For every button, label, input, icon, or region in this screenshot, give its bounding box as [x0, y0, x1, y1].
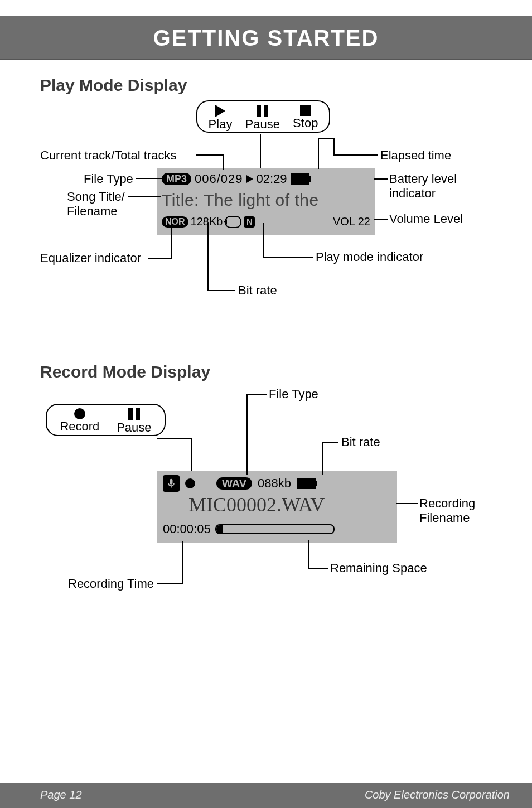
pause-icon	[257, 105, 268, 117]
record-controls-bubble: Record Pause	[46, 404, 166, 436]
recording-icon	[185, 478, 195, 488]
song-title: Title: The light of the	[162, 191, 319, 210]
record-lcd: WAV 088kb MIC00002.WAV 00:00:05	[157, 471, 397, 543]
footer-page: Page 12	[40, 788, 82, 801]
filetype-badge-rec: WAV	[216, 477, 252, 490]
play-controls-bubble: Play Pause Stop	[196, 100, 330, 133]
label-current-total: Current track/Total tracks	[40, 148, 177, 163]
pause-label-rec: Pause	[117, 422, 151, 434]
play-section-title: Play Mode Display	[40, 76, 532, 95]
label-bitrate: Bit rate	[238, 283, 277, 298]
bitrate-rec: 088kb	[258, 476, 291, 491]
elapsed-time: 02:29	[257, 172, 287, 186]
play-icon	[215, 105, 225, 117]
bitrate-value: 128Kb	[191, 215, 223, 228]
eq-badge: NOR	[162, 216, 188, 228]
label-rec-time: Recording Time	[68, 577, 154, 591]
label-rec-remaining: Remaining Space	[330, 561, 427, 575]
pause-item-rec: Pause	[117, 408, 151, 434]
recording-time: 00:00:05	[163, 522, 211, 536]
record-item: Record	[60, 408, 99, 433]
label-rec-bitrate: Bit rate	[341, 435, 380, 449]
recording-filename: MIC00002.WAV	[188, 493, 325, 516]
record-label: Record	[60, 420, 99, 433]
label-rec-filename-l2: Filename	[419, 511, 470, 525]
play-label: Play	[209, 118, 233, 130]
label-song-title-l1: Song Title/	[67, 190, 125, 204]
page-header: GETTING STARTED	[0, 16, 532, 60]
label-battery-l1: Battery level	[389, 172, 457, 186]
stop-item: Stop	[293, 105, 318, 129]
repeat-icon	[225, 216, 241, 228]
volume-value: VOL 22	[333, 215, 370, 228]
label-rec-filename-l1: Recording	[419, 496, 475, 511]
record-section-title: Record Mode Display	[40, 362, 532, 381]
label-eq: Equalizer indicator	[40, 251, 141, 265]
playmode-n: N	[244, 216, 255, 228]
battery-icon	[291, 173, 309, 185]
pause-label: Pause	[245, 118, 280, 130]
filetype-badge: MP3	[162, 173, 191, 185]
battery-icon-rec	[297, 478, 316, 489]
record-icon	[74, 408, 85, 419]
playing-icon	[246, 175, 253, 183]
label-elapsed: Elapsed time	[380, 148, 451, 163]
page-footer: Page 12 Coby Electronics Corporation	[0, 783, 532, 808]
track-counter: 006/029	[195, 172, 243, 186]
remaining-space-bar	[215, 524, 335, 534]
label-battery-l2: indicator	[389, 186, 436, 201]
play-item: Play	[209, 105, 233, 130]
play-mode-diagram: Play Pause Stop MP3 006/029 02:29 Title:…	[40, 100, 492, 312]
mic-icon	[163, 475, 180, 492]
play-lcd: MP3 006/029 02:29 Title: The light of th…	[157, 168, 375, 235]
label-file-type: File Type	[84, 172, 133, 186]
label-volume: Volume Level	[389, 212, 463, 226]
pause-icon	[128, 408, 140, 420]
label-song-title-l2: Filename	[67, 204, 117, 219]
footer-company: Coby Electronics Corporation	[365, 788, 510, 801]
stop-icon	[300, 105, 311, 116]
stop-label: Stop	[293, 117, 318, 129]
label-playmode: Play mode indicator	[316, 250, 423, 264]
record-mode-diagram: Record Pause WAV 088kb MIC00002.WAV 00:0…	[40, 387, 492, 599]
label-rec-file-type: File Type	[269, 387, 318, 401]
pause-item: Pause	[245, 105, 280, 130]
